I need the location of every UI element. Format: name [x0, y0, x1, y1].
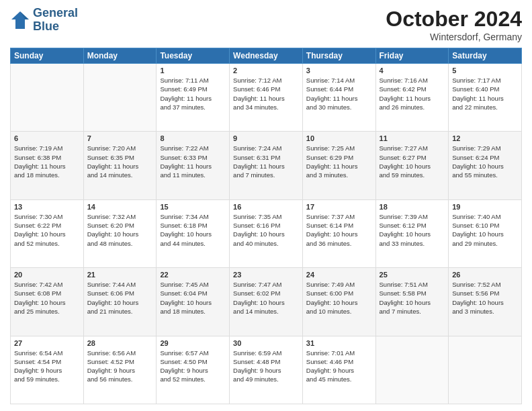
logo: General Blue	[10, 7, 78, 34]
day-num-2-6: 19	[452, 203, 518, 211]
day-num-3-2: 22	[160, 271, 226, 279]
week-row-4: 27Sunrise: 6:54 AM Sunset: 4:54 PM Dayli…	[11, 336, 522, 404]
day-info-1-3: Sunrise: 7:24 AM Sunset: 6:31 PM Dayligh…	[233, 144, 299, 179]
cell-2-3: 16Sunrise: 7:35 AM Sunset: 6:16 PM Dayli…	[230, 199, 303, 267]
day-info-0-2: Sunrise: 7:11 AM Sunset: 6:49 PM Dayligh…	[160, 76, 226, 111]
day-num-2-4: 17	[306, 203, 372, 211]
day-info-1-1: Sunrise: 7:20 AM Sunset: 6:35 PM Dayligh…	[87, 144, 153, 179]
day-num-1-2: 8	[160, 134, 226, 142]
day-num-0-4: 3	[306, 66, 372, 75]
cell-0-5: 4Sunrise: 7:16 AM Sunset: 6:42 PM Daylig…	[375, 64, 449, 132]
day-num-0-6: 5	[452, 66, 518, 75]
week-row-1: 6Sunrise: 7:19 AM Sunset: 6:38 PM Daylig…	[11, 132, 522, 199]
calendar-table: Sunday Monday Tuesday Wednesday Thursday…	[10, 48, 522, 404]
day-info-3-0: Sunrise: 7:42 AM Sunset: 6:08 PM Dayligh…	[14, 280, 80, 316]
page: General Blue October 2024 Wintersdorf, G…	[0, 0, 532, 411]
day-info-0-4: Sunrise: 7:14 AM Sunset: 6:44 PM Dayligh…	[306, 76, 372, 111]
cell-2-2: 15Sunrise: 7:34 AM Sunset: 6:18 PM Dayli…	[157, 199, 230, 267]
day-info-1-5: Sunrise: 7:27 AM Sunset: 6:27 PM Dayligh…	[380, 144, 445, 179]
cell-0-4: 3Sunrise: 7:14 AM Sunset: 6:44 PM Daylig…	[302, 64, 375, 132]
cell-4-2: 29Sunrise: 6:57 AM Sunset: 4:50 PM Dayli…	[157, 336, 230, 404]
day-num-4-3: 30	[233, 339, 299, 347]
cell-1-4: 10Sunrise: 7:25 AM Sunset: 6:29 PM Dayli…	[302, 132, 375, 199]
day-info-3-5: Sunrise: 7:51 AM Sunset: 5:58 PM Dayligh…	[380, 280, 445, 316]
cell-0-2: 1Sunrise: 7:11 AM Sunset: 6:49 PM Daylig…	[157, 64, 230, 132]
cell-2-0: 13Sunrise: 7:30 AM Sunset: 6:22 PM Dayli…	[11, 199, 84, 267]
cell-3-0: 20Sunrise: 7:42 AM Sunset: 6:08 PM Dayli…	[11, 268, 84, 336]
header-wednesday: Wednesday	[230, 48, 303, 64]
day-num-1-1: 7	[87, 134, 153, 142]
week-row-2: 13Sunrise: 7:30 AM Sunset: 6:22 PM Dayli…	[11, 199, 522, 267]
header-thursday: Thursday	[302, 48, 375, 64]
header-friday: Friday	[375, 48, 449, 64]
day-info-4-0: Sunrise: 6:54 AM Sunset: 4:54 PM Dayligh…	[14, 349, 80, 384]
cell-1-1: 7Sunrise: 7:20 AM Sunset: 6:35 PM Daylig…	[83, 132, 157, 199]
day-num-1-4: 10	[306, 134, 372, 142]
logo-line2: Blue	[33, 20, 78, 34]
day-info-0-3: Sunrise: 7:12 AM Sunset: 6:46 PM Dayligh…	[233, 76, 299, 111]
cell-4-4: 31Sunrise: 7:01 AM Sunset: 4:46 PM Dayli…	[302, 336, 375, 404]
day-info-1-6: Sunrise: 7:29 AM Sunset: 6:24 PM Dayligh…	[452, 144, 518, 179]
day-num-2-0: 13	[14, 203, 80, 211]
day-info-2-6: Sunrise: 7:40 AM Sunset: 6:10 PM Dayligh…	[452, 212, 518, 248]
day-info-3-1: Sunrise: 7:44 AM Sunset: 6:06 PM Dayligh…	[87, 280, 153, 316]
day-info-3-6: Sunrise: 7:52 AM Sunset: 5:56 PM Dayligh…	[452, 280, 518, 316]
day-num-2-5: 18	[380, 203, 445, 211]
week-row-0: 1Sunrise: 7:11 AM Sunset: 6:49 PM Daylig…	[11, 64, 522, 132]
cell-1-6: 12Sunrise: 7:29 AM Sunset: 6:24 PM Dayli…	[449, 132, 522, 199]
day-num-0-5: 4	[380, 66, 445, 75]
cell-3-6: 26Sunrise: 7:52 AM Sunset: 5:56 PM Dayli…	[449, 268, 522, 336]
cell-4-5	[375, 336, 449, 404]
cell-2-1: 14Sunrise: 7:32 AM Sunset: 6:20 PM Dayli…	[83, 199, 157, 267]
cell-3-5: 25Sunrise: 7:51 AM Sunset: 5:58 PM Dayli…	[375, 268, 449, 336]
day-num-3-0: 20	[14, 271, 80, 279]
cell-3-4: 24Sunrise: 7:49 AM Sunset: 6:00 PM Dayli…	[302, 268, 375, 336]
day-info-2-1: Sunrise: 7:32 AM Sunset: 6:20 PM Dayligh…	[87, 212, 153, 248]
cell-1-3: 9Sunrise: 7:24 AM Sunset: 6:31 PM Daylig…	[230, 132, 303, 199]
day-info-2-2: Sunrise: 7:34 AM Sunset: 6:18 PM Dayligh…	[160, 212, 226, 248]
day-info-4-3: Sunrise: 6:59 AM Sunset: 4:48 PM Dayligh…	[233, 349, 299, 384]
header-saturday: Saturday	[449, 48, 522, 64]
header-monday: Monday	[83, 48, 157, 64]
cell-4-6	[449, 336, 522, 404]
day-num-1-5: 11	[380, 134, 445, 142]
day-num-4-2: 29	[160, 339, 226, 347]
day-info-1-0: Sunrise: 7:19 AM Sunset: 6:38 PM Dayligh…	[14, 144, 80, 179]
cell-3-2: 22Sunrise: 7:45 AM Sunset: 6:04 PM Dayli…	[157, 268, 230, 336]
day-info-2-5: Sunrise: 7:39 AM Sunset: 6:12 PM Dayligh…	[380, 212, 445, 248]
day-info-0-6: Sunrise: 7:17 AM Sunset: 6:40 PM Dayligh…	[452, 76, 518, 111]
cell-0-3: 2Sunrise: 7:12 AM Sunset: 6:46 PM Daylig…	[230, 64, 303, 132]
day-info-1-2: Sunrise: 7:22 AM Sunset: 6:33 PM Dayligh…	[160, 144, 226, 179]
day-num-4-0: 27	[14, 339, 80, 347]
day-info-2-4: Sunrise: 7:37 AM Sunset: 6:14 PM Dayligh…	[306, 212, 372, 248]
day-info-2-3: Sunrise: 7:35 AM Sunset: 6:16 PM Dayligh…	[233, 212, 299, 248]
day-info-0-5: Sunrise: 7:16 AM Sunset: 6:42 PM Dayligh…	[380, 76, 445, 111]
cell-1-2: 8Sunrise: 7:22 AM Sunset: 6:33 PM Daylig…	[157, 132, 230, 199]
day-num-3-3: 23	[233, 271, 299, 279]
day-num-1-0: 6	[14, 134, 80, 142]
days-header-row: Sunday Monday Tuesday Wednesday Thursday…	[11, 48, 522, 64]
cell-2-5: 18Sunrise: 7:39 AM Sunset: 6:12 PM Dayli…	[375, 199, 449, 267]
day-num-2-3: 16	[233, 203, 299, 211]
logo-line1: General	[33, 7, 78, 20]
day-num-0-3: 2	[233, 66, 299, 75]
day-num-2-1: 14	[87, 203, 153, 211]
day-num-4-1: 28	[87, 339, 153, 347]
day-info-3-2: Sunrise: 7:45 AM Sunset: 6:04 PM Dayligh…	[160, 280, 226, 316]
day-info-1-4: Sunrise: 7:25 AM Sunset: 6:29 PM Dayligh…	[306, 144, 372, 179]
header: General Blue October 2024 Wintersdorf, G…	[10, 7, 522, 42]
day-num-3-1: 21	[87, 271, 153, 279]
cell-3-3: 23Sunrise: 7:47 AM Sunset: 6:02 PM Dayli…	[230, 268, 303, 336]
day-num-1-6: 12	[452, 134, 518, 142]
cell-2-6: 19Sunrise: 7:40 AM Sunset: 6:10 PM Dayli…	[449, 199, 522, 267]
cell-1-0: 6Sunrise: 7:19 AM Sunset: 6:38 PM Daylig…	[11, 132, 84, 199]
location-title: Wintersdorf, Germany	[386, 32, 522, 42]
week-row-3: 20Sunrise: 7:42 AM Sunset: 6:08 PM Dayli…	[11, 268, 522, 336]
title-block: October 2024 Wintersdorf, Germany	[386, 7, 522, 42]
logo-text: General Blue	[33, 7, 78, 34]
svg-marker-0	[11, 11, 29, 29]
day-num-3-5: 25	[380, 271, 445, 279]
day-info-3-4: Sunrise: 7:49 AM Sunset: 6:00 PM Dayligh…	[306, 280, 372, 316]
cell-4-1: 28Sunrise: 6:56 AM Sunset: 4:52 PM Dayli…	[83, 336, 157, 404]
day-num-3-6: 26	[452, 271, 518, 279]
